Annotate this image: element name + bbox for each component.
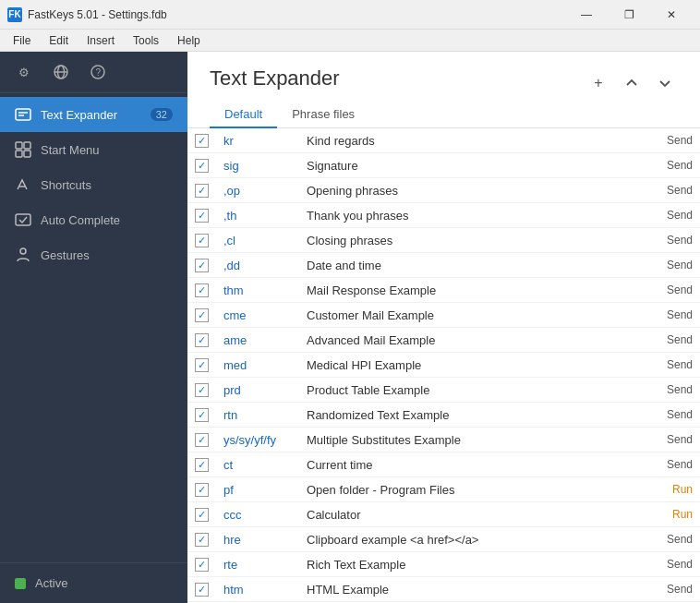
down-button[interactable] <box>652 70 678 96</box>
description-cell: Kind regards <box>299 128 645 153</box>
header-left: Text Expander Default Phrase files <box>210 66 369 127</box>
maximize-button[interactable]: ❐ <box>608 0 650 30</box>
checkbox[interactable]: ✓ <box>195 209 209 223</box>
table-row[interactable]: ✓cccCalculatorRun <box>187 502 700 527</box>
checkbox[interactable]: ✓ <box>195 458 209 472</box>
shortcut-cell: ,dd <box>216 253 299 278</box>
table-row[interactable]: ✓,opOpening phrasesSend <box>187 178 700 203</box>
checkbox[interactable]: ✓ <box>195 558 209 572</box>
table-row[interactable]: ✓prdProduct Table ExampleSend <box>187 378 700 403</box>
checkbox[interactable]: ✓ <box>195 483 209 497</box>
shortcut-cell: rtn <box>216 403 299 428</box>
svg-rect-10 <box>16 151 22 157</box>
table-row[interactable]: ✓rteRich Text ExampleSend <box>187 552 700 577</box>
gestures-icon <box>15 247 31 263</box>
row-checkbox-cell: ✓ <box>187 577 216 602</box>
checkbox[interactable]: ✓ <box>195 433 209 447</box>
action-cell: Send <box>645 353 700 378</box>
action-cell: Send <box>645 128 700 153</box>
checkbox[interactable]: ✓ <box>195 583 209 597</box>
checkbox[interactable]: ✓ <box>195 234 209 247</box>
text-expander-icon <box>15 106 31 123</box>
up-button[interactable] <box>619 70 645 96</box>
svg-rect-9 <box>24 142 30 149</box>
table-row[interactable]: ✓hreClipboard example <a href></a>Send <box>187 527 700 552</box>
menu-help[interactable]: Help <box>168 32 210 49</box>
row-checkbox-cell: ✓ <box>187 228 216 253</box>
menu-insert[interactable]: Insert <box>78 32 124 49</box>
checkbox[interactable]: ✓ <box>195 259 209 272</box>
shortcut-cell: ys/sy/yf/fy <box>216 428 299 452</box>
action-cell: Send <box>645 403 700 428</box>
checkbox[interactable]: ✓ <box>195 383 209 397</box>
table-row[interactable]: ✓thmMail Response ExampleSend <box>187 278 700 303</box>
table-row[interactable]: ✓,ddDate and timeSend <box>187 253 700 278</box>
add-button[interactable]: + <box>585 70 611 96</box>
sidebar-item-gestures[interactable]: Gestures <box>0 237 187 272</box>
globe-icon[interactable] <box>50 61 72 83</box>
sidebar-item-text-expander[interactable]: Text Expander 32 <box>0 97 187 132</box>
settings-icon[interactable]: ⚙ <box>13 61 35 83</box>
row-checkbox-cell: ✓ <box>187 452 216 477</box>
tab-default[interactable]: Default <box>210 102 277 128</box>
description-cell: Opening phrases <box>299 178 645 203</box>
checkbox[interactable]: ✓ <box>195 358 209 372</box>
checkbox[interactable]: ✓ <box>195 408 209 422</box>
checkbox[interactable]: ✓ <box>195 159 209 173</box>
table-row[interactable]: ✓ameAdvanced Mail ExampleSend <box>187 328 700 353</box>
description-cell: Date and time <box>299 253 645 278</box>
shortcut-cell: hre <box>216 527 299 552</box>
action-cell: Send <box>645 203 700 228</box>
description-cell: Rich Text Example <box>299 552 645 577</box>
action-cell: Send <box>645 278 700 303</box>
row-checkbox-cell: ✓ <box>187 153 216 178</box>
table-row[interactable]: ✓cmeCustomer Mail ExampleSend <box>187 303 700 328</box>
action-cell: Send <box>645 253 700 278</box>
action-cell: Send <box>645 428 700 452</box>
title-bar-text: FastKeys 5.01 - Settings.fdb <box>28 8 565 21</box>
table-row[interactable]: ✓medMedical HPI ExampleSend <box>187 353 700 378</box>
sidebar: ⚙ ? <box>0 52 187 603</box>
checkbox[interactable]: ✓ <box>195 333 209 347</box>
table-row[interactable]: ✓pfOpen folder - Program FilesRun <box>187 477 700 502</box>
help-icon[interactable]: ? <box>87 61 109 83</box>
sidebar-item-shortcuts[interactable]: Shortcuts <box>0 167 187 202</box>
table-row[interactable]: ✓krKind regardsSend <box>187 128 700 153</box>
description-cell: Open folder - Program Files <box>299 477 645 502</box>
table-row[interactable]: ✓ys/sy/yf/fyMultiple Substitutes Example… <box>187 428 700 452</box>
checkbox[interactable]: ✓ <box>195 508 209 522</box>
row-checkbox-cell: ✓ <box>187 477 216 502</box>
action-cell: Send <box>645 303 700 328</box>
table-row[interactable]: ✓sigSignatureSend <box>187 153 700 178</box>
description-cell: Mail Response Example <box>299 278 645 303</box>
checkbox[interactable]: ✓ <box>195 184 209 198</box>
checkbox[interactable]: ✓ <box>195 283 209 297</box>
row-checkbox-cell: ✓ <box>187 128 216 153</box>
menu-edit[interactable]: Edit <box>40 32 78 49</box>
table-row[interactable]: ✓htmHTML ExampleSend <box>187 577 700 602</box>
tab-phrase-files[interactable]: Phrase files <box>277 102 369 128</box>
sidebar-item-shortcuts-label: Shortcuts <box>41 178 173 192</box>
shortcuts-table: ✓krKind regardsSend✓sigSignatureSend✓,op… <box>187 128 700 602</box>
checkbox[interactable]: ✓ <box>195 308 209 322</box>
checkbox[interactable]: ✓ <box>195 533 209 547</box>
table-row[interactable]: ✓rtnRandomized Text ExampleSend <box>187 403 700 428</box>
title-bar-controls: — ❐ ✕ <box>565 0 693 30</box>
table-row[interactable]: ✓,clClosing phrasesSend <box>187 228 700 253</box>
table-row[interactable]: ✓,thThank you phrasesSend <box>187 203 700 228</box>
description-cell: Signature <box>299 153 645 178</box>
row-checkbox-cell: ✓ <box>187 328 216 353</box>
checkbox[interactable]: ✓ <box>195 134 209 148</box>
sidebar-item-auto-complete[interactable]: Auto Complete <box>0 202 187 237</box>
sidebar-item-start-menu[interactable]: Start Menu <box>0 132 187 167</box>
row-checkbox-cell: ✓ <box>187 278 216 303</box>
minimize-button[interactable]: — <box>565 0 608 30</box>
table-row[interactable]: ✓ctCurrent timeSend <box>187 452 700 477</box>
description-cell: Current time <box>299 452 645 477</box>
title-bar: FK FastKeys 5.01 - Settings.fdb — ❐ ✕ <box>0 0 700 30</box>
close-button[interactable]: ✕ <box>650 0 693 30</box>
menu-file[interactable]: File <box>4 32 40 49</box>
shortcut-cell: ,cl <box>216 228 299 253</box>
action-cell: Send <box>645 328 700 353</box>
menu-tools[interactable]: Tools <box>124 32 168 49</box>
